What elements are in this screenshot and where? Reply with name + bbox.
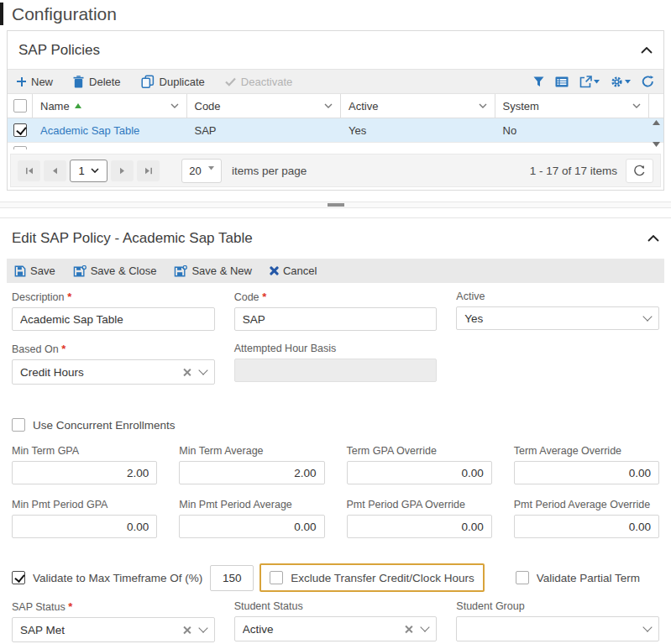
column-header-active[interactable]: Active bbox=[341, 94, 495, 118]
cancel-button[interactable]: Cancel bbox=[270, 264, 317, 277]
pmt-period-gpa-override-field[interactable] bbox=[347, 515, 492, 538]
collapse-panel-button[interactable] bbox=[641, 47, 653, 54]
based-on-combobox[interactable]: Credit Hours bbox=[12, 359, 215, 385]
sap-status-label: SAP Status bbox=[12, 600, 215, 613]
first-page-button[interactable] bbox=[18, 160, 40, 181]
row-checkbox[interactable] bbox=[13, 123, 27, 137]
row-checkbox-cell bbox=[8, 123, 33, 137]
plus-icon bbox=[17, 77, 26, 86]
cancel-x-icon bbox=[270, 266, 279, 275]
duplicate-icon bbox=[141, 75, 155, 88]
clear-icon[interactable] bbox=[182, 626, 191, 635]
column-header-system[interactable]: System bbox=[495, 94, 650, 118]
scroll-up-icon[interactable] bbox=[653, 120, 660, 125]
clear-icon[interactable] bbox=[404, 625, 413, 634]
new-button-label: New bbox=[31, 76, 53, 88]
delete-button[interactable]: Delete bbox=[73, 76, 121, 88]
term-average-override-field[interactable] bbox=[514, 461, 659, 484]
panel-splitter[interactable] bbox=[0, 202, 671, 208]
sap-status-combobox[interactable]: SAP Met bbox=[12, 617, 215, 642]
save-icon bbox=[14, 265, 26, 277]
filter-button[interactable] bbox=[533, 76, 544, 87]
active-value: Yes bbox=[464, 312, 636, 325]
clear-icon[interactable] bbox=[182, 368, 191, 377]
attempted-hour-basis-field-group: Attempted Hour Basis bbox=[234, 343, 438, 385]
validate-partial-term-label: Validate Partial Term bbox=[537, 572, 640, 584]
vertical-scrollbar[interactable] bbox=[650, 118, 663, 149]
column-header-name[interactable]: Name bbox=[33, 94, 187, 118]
gpa-row-pmt-period: Min Pmt Period GPA Min Pmt Period Averag… bbox=[0, 499, 671, 538]
page-size-select[interactable]: 20 bbox=[181, 159, 222, 183]
last-page-button[interactable] bbox=[137, 160, 160, 181]
student-group-select[interactable] bbox=[456, 616, 659, 641]
column-header-code[interactable]: Code bbox=[187, 94, 342, 118]
duplicate-button[interactable]: Duplicate bbox=[141, 75, 205, 88]
column-menu-chevron-icon[interactable] bbox=[632, 103, 641, 108]
description-field[interactable] bbox=[12, 307, 215, 331]
term-gpa-override-field[interactable] bbox=[347, 461, 492, 484]
new-button[interactable]: New bbox=[17, 76, 53, 88]
column-menu-chevron-icon[interactable] bbox=[479, 103, 487, 108]
delete-button-label: Delete bbox=[89, 76, 121, 88]
column-chooser-button[interactable] bbox=[555, 76, 569, 87]
attempted-hour-basis-field bbox=[234, 359, 438, 382]
check-icon bbox=[225, 77, 236, 86]
previous-page-button[interactable] bbox=[44, 160, 66, 181]
validate-max-timeframe-checkbox[interactable] bbox=[12, 571, 25, 584]
pager-refresh-button[interactable] bbox=[626, 159, 653, 183]
grid-toolbar-right bbox=[533, 76, 654, 88]
exclude-transfer-checkbox[interactable] bbox=[270, 571, 283, 584]
page-number-select[interactable]: 1 bbox=[70, 160, 107, 182]
max-timeframe-percent-field[interactable] bbox=[210, 565, 254, 591]
select-all-checkbox[interactable] bbox=[13, 99, 27, 113]
configuration-page: Configuration SAP Policies New Delete bbox=[0, 0, 671, 644]
column-menu-chevron-icon[interactable] bbox=[170, 103, 179, 108]
student-group-label: Student Group bbox=[456, 600, 659, 612]
chevron-down-icon[interactable] bbox=[198, 365, 207, 374]
chevron-down-icon[interactable] bbox=[198, 623, 207, 632]
scroll-down-icon[interactable] bbox=[653, 142, 660, 147]
sap-policies-panel-header: SAP Policies bbox=[8, 31, 663, 69]
grid-body: Academic Sap Table SAP Yes No bbox=[8, 118, 663, 149]
use-concurrent-enrollments-checkbox[interactable] bbox=[12, 418, 25, 432]
empty-cell bbox=[456, 343, 659, 385]
edit-toolbar: Save Save & Close Save & New Cancel bbox=[7, 259, 664, 283]
save-button[interactable]: Save bbox=[14, 264, 55, 277]
pmt-period-average-override-field[interactable] bbox=[514, 515, 659, 538]
table-row[interactable]: Academic Sap Table SAP Yes No bbox=[8, 118, 663, 143]
based-on-label: Based On bbox=[12, 343, 215, 355]
row-name-link[interactable]: Academic Sap Table bbox=[33, 124, 187, 137]
row-system-cell: No bbox=[495, 124, 650, 137]
chevron-down-icon[interactable] bbox=[421, 622, 430, 631]
min-pmt-period-gpa-field[interactable] bbox=[12, 515, 157, 538]
code-field[interactable] bbox=[234, 307, 438, 331]
min-term-gpa-group: Min Term GPA bbox=[12, 445, 157, 484]
deactivate-button[interactable]: Deactivate bbox=[225, 76, 292, 88]
caret-down-icon bbox=[208, 166, 214, 170]
validate-partial-term-checkbox[interactable] bbox=[516, 571, 529, 584]
edit-panel-title: Edit SAP Policy - Academic Sap Table bbox=[12, 230, 253, 247]
column-menu-chevron-icon[interactable] bbox=[324, 103, 333, 108]
min-term-gpa-field[interactable] bbox=[12, 461, 157, 484]
exclude-transfer-group: Exclude Transfer Credit/Clock Hours bbox=[259, 563, 484, 592]
min-pmt-period-average-field[interactable] bbox=[179, 515, 324, 538]
term-gpa-override-label: Term GPA Override bbox=[347, 445, 492, 457]
min-term-average-field[interactable] bbox=[179, 461, 324, 484]
chevron-down-icon[interactable] bbox=[642, 622, 652, 631]
refresh-icon bbox=[633, 165, 646, 177]
save-and-new-button[interactable]: Save & New bbox=[174, 264, 252, 277]
export-button[interactable] bbox=[579, 76, 600, 88]
form-row-1: Description Code Active Yes bbox=[0, 291, 671, 331]
next-page-button[interactable] bbox=[111, 160, 134, 181]
save-and-close-button[interactable]: Save & Close bbox=[73, 264, 157, 277]
term-average-override-group: Term Average Override bbox=[514, 445, 659, 484]
splitter-handle-icon[interactable] bbox=[328, 203, 344, 207]
row-code-cell: SAP bbox=[187, 124, 342, 137]
active-select[interactable]: Yes bbox=[456, 306, 659, 330]
min-term-average-label: Min Term Average bbox=[179, 445, 324, 457]
student-status-combobox[interactable]: Active bbox=[234, 616, 438, 641]
collapse-panel-button[interactable] bbox=[647, 235, 659, 242]
settings-button[interactable] bbox=[611, 76, 631, 88]
refresh-button[interactable] bbox=[642, 76, 654, 87]
column-label: System bbox=[503, 100, 539, 113]
